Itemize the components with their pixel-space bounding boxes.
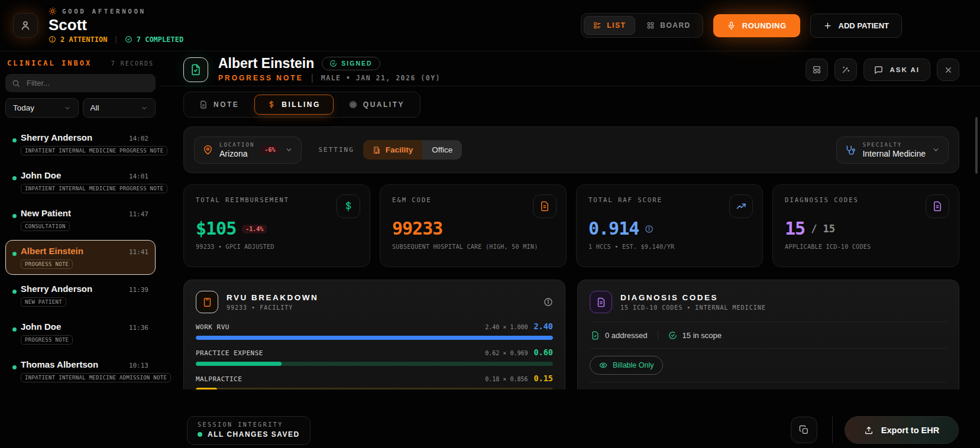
tab-billing[interactable]: BILLING [254, 95, 334, 115]
tab-note[interactable]: NOTE [186, 95, 252, 115]
rounding-button[interactable]: ROUNDING [713, 14, 800, 37]
patient-time: 11:47 [129, 210, 148, 218]
stat-value: 99233 [392, 220, 442, 238]
rvu-progress-bar [196, 388, 553, 389]
patient-list-item[interactable]: Thomas Albertson10:13 INPATIENT INTERNAL… [5, 353, 156, 388]
setting-segmented-control: Facility Office [363, 140, 462, 160]
patient-header-actions: ASK AI [806, 59, 959, 81]
tab-quality-label: QUALITY [363, 100, 405, 109]
patient-list-item[interactable]: Sherry Anderson14:02 INPATIENT INTERNAL … [5, 126, 156, 161]
list-view-button[interactable]: LIST [584, 16, 635, 35]
rvu-value: 0.15 [533, 374, 553, 383]
note-type-label: PROGRESS NOTE [218, 74, 303, 82]
billable-only-toggle[interactable]: Billable Only [590, 356, 663, 375]
signed-status-badge: SIGNED [322, 57, 380, 70]
magic-wand-icon [841, 65, 850, 74]
copy-button[interactable] [791, 417, 817, 443]
diagnosis-code-row[interactable]: I21.9 Acute Coronary Syndrome (STEMI vs … [590, 382, 947, 389]
filter-search-box[interactable] [5, 74, 156, 92]
list-icon [593, 21, 601, 30]
user-name: Scott [48, 17, 183, 34]
copy-icon [799, 425, 809, 435]
chevron-down-icon [932, 146, 940, 154]
specialty-dropdown[interactable]: SPECIALTY Internal Medicine [836, 137, 949, 164]
rvu-formula: 0.18 × 0.856 [485, 376, 528, 382]
rvu-formula: 2.40 × 1.000 [485, 324, 528, 330]
rvu-row-malpractice: MALPRACTICE 0.18 × 0.856 0.15 [196, 374, 553, 389]
patient-time: 14:01 [129, 173, 148, 180]
info-icon[interactable] [544, 297, 553, 307]
layout-toggle-button[interactable] [806, 59, 828, 81]
patient-note-badge: INPATIENT INTERNAL MEDICINE PROGRESS NOT… [21, 184, 167, 193]
patient-list-item-selected[interactable]: Albert Einstein11:41 PROGRESS NOTE [5, 240, 156, 275]
board-view-button[interactable]: BOARD [637, 16, 700, 35]
em-code-card: E&M CODE 99233 SUBSEQUENT HOSPITAL CARE … [380, 184, 567, 267]
diagnosis-codes-card: DIAGNOSIS CODES 15 / 15 APPLICABLE ICD-1… [772, 184, 959, 267]
type-filter-select[interactable]: All [83, 98, 156, 118]
info-icon[interactable] [645, 225, 654, 233]
user-avatar[interactable] [13, 13, 38, 38]
main-content: Albert Einstein SIGNED PROGRESS NOTE | M… [161, 51, 980, 448]
magic-wand-button[interactable] [835, 59, 857, 81]
patient-note-badge: NEW PATIENT [21, 297, 66, 307]
ask-ai-button[interactable]: ASK AI [863, 59, 930, 81]
close-button[interactable] [937, 59, 959, 81]
scrollbar-thumb[interactable] [975, 117, 978, 174]
location-dropdown[interactable]: LOCATION Arizona -6% [194, 137, 302, 164]
setting-office-option[interactable]: Office [422, 140, 462, 160]
status-dot [12, 365, 17, 369]
eye-icon [599, 361, 607, 369]
rvu-formula: 0.62 × 0.969 [485, 350, 528, 356]
diagnosis-codes-panel: DIAGNOSIS CODES 15 ICD-10 CODES • INTERN… [577, 280, 959, 389]
panel-subtitle: 15 ICD-10 CODES • INTERNAL MEDICINE [620, 304, 766, 311]
rvu-label: MALPRACTICE [196, 375, 242, 383]
patient-list-item[interactable]: New Patient11:47 CONSULTATION [5, 202, 156, 237]
session-integrity-card: SESSION INTEGRITY ALL CHANGES SAVED [187, 416, 311, 445]
patient-list-item[interactable]: John Doe11:36 PROGRESS NOTE [5, 316, 156, 350]
patient-name: Thomas Albertson [21, 359, 98, 369]
raf-score-card: TOTAL RAF SCORE 0.914 1 HCCS • EST. $9,1… [576, 184, 763, 267]
greeting-text: GOOD AFTERNOON [62, 8, 146, 15]
export-to-ehr-button[interactable]: Export to EHR [845, 416, 959, 444]
patient-name: John Doe [21, 322, 61, 332]
stat-title: TOTAL REIMBURSEMENT [196, 196, 358, 203]
person-icon [20, 20, 31, 31]
status-dot [12, 214, 17, 218]
stethoscope-icon [845, 145, 856, 155]
panel-subtitle: 99233 • FACILITY [227, 304, 318, 311]
patient-list-item[interactable]: John Doe14:01 INPATIENT INTERNAL MEDICIN… [5, 164, 156, 199]
stat-value: 0.914 [588, 220, 639, 238]
panel-title: RVU BREAKDOWN [227, 293, 318, 302]
chat-bubble-icon [874, 66, 883, 74]
patient-name: New Patient [21, 208, 71, 218]
rvu-label: PRACTICE EXPENSE [196, 349, 263, 357]
file-text-icon [533, 194, 557, 218]
file-text-icon [926, 194, 949, 218]
header-separator: | [311, 73, 313, 83]
stat-title: DIAGNOSIS CODES [785, 196, 947, 203]
patient-time: 11:41 [129, 248, 148, 256]
status-separator: | [114, 35, 118, 44]
in-scope-label: 15 in scope [683, 331, 722, 340]
note-tabs: NOTE BILLING QUALITY [183, 92, 421, 118]
filter-input[interactable] [25, 78, 149, 88]
patient-list: Sherry Anderson14:02 INPATIENT INTERNAL … [5, 126, 156, 388]
setting-facility-option[interactable]: Facility [363, 140, 423, 160]
patient-list-item[interactable]: Sherry Anderson11:39 NEW PATIENT [5, 278, 156, 313]
patient-note-badge: INPATIENT INTERNAL MEDICINE PROGRESS NOT… [21, 146, 167, 155]
board-view-label: BOARD [660, 21, 691, 30]
sidebar-title: CLINICAL INBOX [7, 59, 92, 67]
topbar-actions: LIST BOARD ROUNDING ADD PATIENT [581, 13, 902, 38]
tab-quality[interactable]: QUALITY [336, 95, 418, 115]
add-patient-button[interactable]: ADD PATIENT [810, 14, 902, 38]
patient-title: Albert Einstein [218, 57, 314, 70]
location-label: LOCATION [219, 142, 254, 148]
note-file-check-icon [183, 57, 208, 82]
patient-time: 11:36 [129, 324, 148, 332]
footer-divider [832, 417, 833, 443]
completed-status: 7 COMPLETED [125, 35, 183, 44]
date-filter-select[interactable]: Today [5, 98, 79, 118]
stat-subtitle: 99233 • GPCI ADJUSTED [196, 244, 358, 250]
billable-only-label: Billable Only [613, 361, 654, 369]
setting-label: SETTING [318, 146, 354, 154]
